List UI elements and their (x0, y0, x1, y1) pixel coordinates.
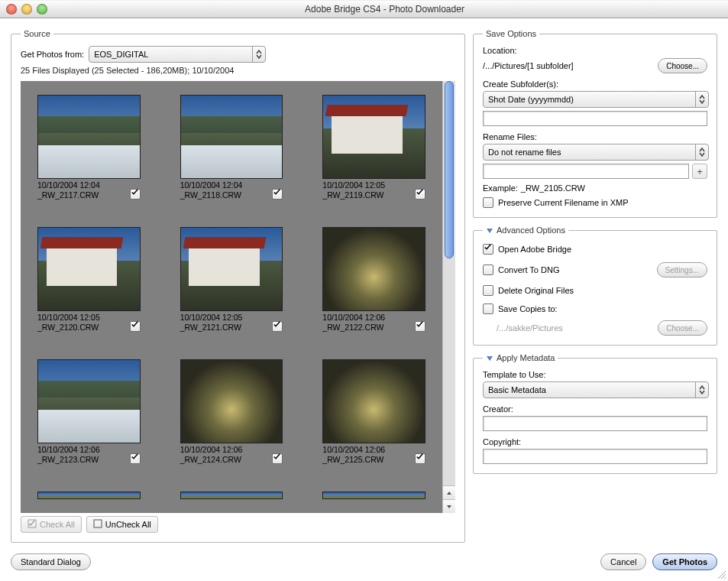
device-popup[interactable]: EOS_DIGITAL (89, 46, 266, 63)
choose-copies-button[interactable]: Choose... (658, 320, 707, 336)
popup-stepper-icon (695, 92, 708, 107)
thumbnail-item[interactable] (180, 492, 283, 507)
thumbnail-item[interactable]: 10/10/2004 12:04_RW_2118.CRW (180, 95, 283, 207)
copyright-input[interactable] (483, 449, 707, 464)
create-subfolder-popup[interactable]: Shot Date (yyyymmdd) (483, 91, 709, 108)
thumbnail-checkbox[interactable] (272, 453, 283, 464)
template-value: Basic Metadata (484, 385, 695, 394)
advanced-options-legend: Advanced Options (497, 226, 565, 235)
choose-location-button[interactable]: Choose... (658, 58, 707, 73)
template-popup[interactable]: Basic Metadata (483, 381, 709, 398)
rename-files-label: Rename Files: (483, 132, 707, 141)
thumbnail-image (322, 492, 425, 499)
add-rename-token-button[interactable]: + (692, 164, 707, 179)
template-label: Template to Use: (483, 370, 707, 379)
uncheck-all-button[interactable]: UnCheck All (86, 516, 158, 533)
disclosure-triangle-icon[interactable] (486, 226, 493, 234)
example-value: _RW_2105.CRW (521, 183, 585, 193)
thumbnail-checkbox[interactable] (130, 453, 141, 464)
thumbnail-date: 10/10/2004 12:06 (322, 445, 412, 455)
thumbnail-filename: _RW_2117.CRW (37, 190, 127, 200)
standard-dialog-button[interactable]: Standard Dialog (11, 553, 91, 570)
cancel-button[interactable]: Cancel (600, 553, 646, 570)
disclosure-triangle-icon[interactable] (486, 354, 493, 362)
thumbnail-checkbox[interactable] (272, 321, 283, 332)
thumbnail-filename: _RW_2118.CRW (180, 190, 270, 200)
window-zoom-button[interactable] (37, 4, 47, 15)
thumbnail-item[interactable]: 10/10/2004 12:05_RW_2119.CRW (322, 95, 425, 207)
popup-stepper-icon (695, 144, 708, 160)
check-all-button[interactable]: Check All (21, 516, 82, 533)
dialog-footer: Standard Dialog Cancel Get Photos (0, 547, 728, 581)
delete-originals-checkbox[interactable] (483, 285, 493, 296)
thumbnail-item[interactable] (37, 492, 141, 507)
scroll-up-button[interactable] (443, 485, 455, 499)
creator-label: Creator: (483, 404, 707, 414)
location-label: Location: (483, 46, 707, 55)
popup-stepper-icon (695, 382, 708, 398)
check-all-icon (28, 519, 37, 530)
check-all-label: Check All (40, 520, 75, 529)
thumbnail-scrollbar[interactable] (442, 81, 455, 513)
thumbnail-filename: _RW_2122.CRW (322, 323, 412, 333)
open-bridge-label: Open Adobe Bridge (498, 245, 571, 254)
thumbnail-image (322, 227, 425, 311)
rename-files-value: Do not rename files (484, 148, 695, 157)
thumbnail-filename: _RW_2120.CRW (37, 323, 127, 333)
titlebar: Adobe Bridge CS4 - Photo Downloader (0, 0, 728, 18)
thumbnail-item[interactable]: 10/10/2004 12:04_RW_2117.CRW (37, 95, 141, 207)
svg-rect-1 (94, 520, 102, 527)
scroll-thumb[interactable] (445, 81, 454, 258)
thumbnail-date: 10/10/2004 12:06 (37, 445, 127, 455)
resize-grip-icon[interactable] (716, 569, 726, 579)
thumbnail-item[interactable]: 10/10/2004 12:06_RW_2123.CRW (37, 359, 141, 472)
thumbnail-checkbox[interactable] (415, 321, 425, 332)
rename-pattern-input[interactable] (483, 164, 689, 179)
preserve-filename-checkbox[interactable] (483, 197, 493, 208)
window-minimize-button[interactable] (21, 4, 32, 15)
thumbnail-checkbox[interactable] (272, 189, 283, 200)
save-options-legend: Save Options (483, 29, 539, 38)
thumbnail-image (37, 95, 141, 179)
thumbnail-image (180, 359, 283, 443)
uncheck-all-icon (93, 519, 102, 530)
thumbnail-date: 10/10/2004 12:04 (180, 180, 270, 190)
open-bridge-checkbox[interactable] (483, 244, 493, 255)
thumbnail-item[interactable]: 10/10/2004 12:06_RW_2122.CRW (322, 227, 425, 339)
convert-dng-checkbox[interactable] (483, 265, 493, 275)
thumbnail-filename: _RW_2121.CRW (180, 323, 270, 333)
rename-files-popup[interactable]: Do not rename files (483, 144, 709, 161)
device-popup-label: EOS_DIGITAL (89, 50, 252, 59)
thumbnail-image (37, 359, 141, 443)
thumbnail-checkbox[interactable] (130, 321, 141, 332)
save-copies-path: /.../sakke/Pictures (483, 323, 653, 333)
subfolder-name-input[interactable] (483, 111, 707, 126)
save-copies-checkbox[interactable] (483, 303, 493, 314)
get-photos-from-label: Get Photos from: (21, 50, 84, 59)
thumbnail-date: 10/10/2004 12:05 (180, 313, 270, 323)
thumbnail-image (37, 227, 141, 311)
thumbnail-date: 10/10/2004 12:06 (180, 445, 270, 455)
thumbnail-checkbox[interactable] (415, 453, 425, 464)
creator-input[interactable] (483, 416, 707, 431)
get-photos-button[interactable]: Get Photos (652, 553, 717, 570)
apply-metadata-group: Apply Metadata Template to Use: Basic Me… (473, 353, 717, 474)
dng-settings-button[interactable]: Settings... (657, 262, 707, 278)
thumbnail-item[interactable]: 10/10/2004 12:06_RW_2125.CRW (322, 359, 425, 472)
copyright-label: Copyright: (483, 437, 707, 446)
thumbnail-image (180, 227, 283, 311)
photo-downloader-window: Adobe Bridge CS4 - Photo Downloader Sour… (0, 0, 728, 581)
thumbnail-checkbox[interactable] (415, 189, 425, 200)
thumbnail-item[interactable]: 10/10/2004 12:06_RW_2124.CRW (180, 359, 283, 472)
advanced-options-group: Advanced Options Open Adobe Bridge Conve… (473, 226, 717, 346)
thumbnail-filename: _RW_2124.CRW (180, 455, 270, 465)
thumbnail-item[interactable]: 10/10/2004 12:05_RW_2120.CRW (37, 227, 141, 339)
thumbnail-item[interactable]: 10/10/2004 12:05_RW_2121.CRW (180, 227, 283, 339)
window-title: Adobe Bridge CS4 - Photo Downloader (47, 4, 722, 15)
scroll-down-button[interactable] (443, 499, 455, 513)
thumbnail-date: 10/10/2004 12:05 (37, 313, 127, 323)
thumbnail-image (37, 492, 141, 499)
thumbnail-checkbox[interactable] (130, 189, 141, 200)
window-close-button[interactable] (6, 4, 17, 15)
thumbnail-item[interactable] (322, 492, 425, 507)
